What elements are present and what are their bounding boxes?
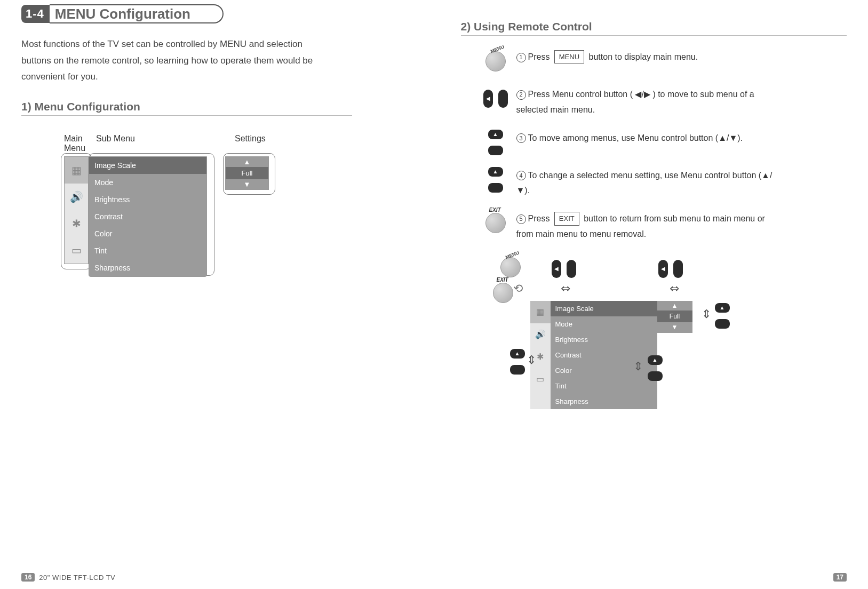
- setting-value: Full: [657, 311, 692, 322]
- label-settings: Settings: [235, 134, 266, 153]
- section-number: 1-4: [21, 5, 50, 23]
- sound-icon: 🔊: [65, 184, 88, 210]
- double-arrow-h-icon: ⇔: [664, 282, 685, 296]
- step-text: button to return from sub menu to main m…: [516, 214, 765, 238]
- step-text: To change a selected menu setting, use M…: [516, 171, 773, 195]
- double-arrow-v-icon: ⇕: [700, 307, 713, 321]
- key-exit: EXIT: [554, 212, 579, 225]
- label-sub-menu: Sub Menu: [96, 134, 224, 153]
- footer-right: 17: [833, 573, 847, 582]
- step-4: ▲▼ 4To change a selected menu setting, u…: [482, 167, 781, 199]
- picture-icon: ▦: [530, 301, 551, 323]
- step-text: Press Menu control button ( ◀/▶ ) to mov…: [516, 90, 754, 114]
- sub-menu-column: Image Scale Mode Brightness Contrast Col…: [89, 156, 207, 277]
- sub-menu-item: Color: [89, 225, 206, 242]
- double-arrow-v-icon: ⇕: [632, 360, 644, 373]
- sub-menu-item: Contrast: [89, 208, 206, 225]
- step-number: 1: [516, 53, 526, 62]
- sound-icon: 🔊: [530, 323, 551, 346]
- sub-menu-column: Image Scale Mode Brightness Contrast Col…: [551, 301, 657, 409]
- exit-button-icon: EXIT: [485, 213, 506, 233]
- step-number: 3: [516, 133, 526, 143]
- settings-column: ▲ Full ▼: [657, 301, 692, 333]
- left-right-rocker-icon: ◀▶: [483, 88, 508, 109]
- picture-icon: ▦: [65, 157, 88, 184]
- step-number: 4: [516, 171, 526, 180]
- step-text: button to display main menu.: [586, 52, 698, 61]
- subheading-2: 2) Using Remote Control: [461, 20, 847, 36]
- sub-menu-item: Brightness: [89, 191, 206, 208]
- up-down-rocker-icon: ▲▼: [487, 167, 504, 193]
- menu-diagram: Main Menu Sub Menu Settings ▦ 🔊 ✱ ▭ Imag…: [64, 134, 408, 277]
- page-number: 17: [833, 573, 847, 582]
- label-main-menu: Main Menu: [64, 134, 96, 153]
- sub-menu-item: Mode: [551, 316, 657, 332]
- step-text: Press: [528, 214, 552, 223]
- step-number: 5: [516, 214, 526, 224]
- up-down-rocker-icon: ▲▼: [487, 130, 504, 155]
- product-name: 20" WIDE TFT-LCD TV: [39, 574, 115, 582]
- left-right-rocker-icon: ◀▶: [658, 258, 683, 280]
- setup-icon: ✱: [65, 210, 88, 237]
- page-number: 16: [21, 573, 35, 582]
- arrow-up-icon: ▲: [657, 301, 692, 311]
- remote-illustration: EXIT MENU ⟲ ◀▶ ⇔ ◀▶ ⇔ ▦ 🔊 ✱ ▭ Image Scal…: [493, 258, 847, 429]
- up-down-rocker-icon: ▲▼: [714, 303, 731, 329]
- sub-menu-item: Tint: [551, 378, 657, 394]
- sub-menu-item: Sharpness: [551, 394, 657, 409]
- settings-column: ▲ Full ▼: [225, 156, 269, 190]
- section-title: MENU Configuration: [50, 4, 224, 23]
- step-2: ◀▶ 2Press Menu control button ( ◀/▶ ) to…: [482, 86, 781, 118]
- double-arrow-h-icon: ⇔: [555, 282, 576, 296]
- sub-menu-item: Image Scale: [551, 301, 657, 316]
- subheading-1: 1) Menu Configuration: [21, 100, 352, 116]
- sub-menu-item: Tint: [89, 242, 206, 259]
- step-3: ▲▼ 3To move among menus, use Menu contro…: [482, 130, 781, 155]
- step-1: MENU 1Press MENU button to display main …: [482, 49, 781, 74]
- step-text: Press: [528, 52, 552, 61]
- sub-menu-item: Image Scale: [89, 157, 206, 174]
- channel-icon: ▭: [530, 368, 551, 391]
- key-menu: MENU: [554, 50, 584, 63]
- exit-button-icon: EXIT: [493, 283, 513, 303]
- setting-value: Full: [226, 167, 268, 179]
- sub-menu-item: Mode: [89, 174, 206, 191]
- up-down-rocker-icon: ▲▼: [647, 355, 664, 381]
- double-arrow-v-icon: ⇕: [525, 353, 538, 367]
- intro-text: Most functions of the TV set can be cont…: [21, 36, 331, 85]
- main-menu-column: ▦ 🔊 ✱ ▭: [64, 156, 89, 264]
- sub-menu-item: Sharpness: [89, 259, 206, 276]
- footer-left: 16 20" WIDE TFT-LCD TV: [21, 573, 115, 582]
- step-5: EXIT 5Press EXIT button to return from s…: [482, 210, 781, 242]
- step-number: 2: [516, 90, 526, 100]
- arrow-down-icon: ▼: [226, 179, 268, 189]
- section-header: 1-4 MENU Configuration: [21, 4, 408, 23]
- left-right-rocker-icon: ◀▶: [552, 258, 576, 280]
- menu-button-icon: MENU: [500, 257, 521, 277]
- step-text: To move among menus, use Menu control bu…: [528, 133, 743, 142]
- curve-arrow-icon: ⟲: [513, 282, 523, 296]
- channel-icon: ▭: [65, 237, 88, 264]
- menu-button-icon: MENU: [485, 51, 506, 71]
- up-down-rocker-icon: ▲▼: [509, 349, 526, 375]
- sub-menu-item: Brightness: [551, 332, 657, 347]
- arrow-down-icon: ▼: [657, 322, 692, 332]
- arrow-up-icon: ▲: [226, 157, 268, 167]
